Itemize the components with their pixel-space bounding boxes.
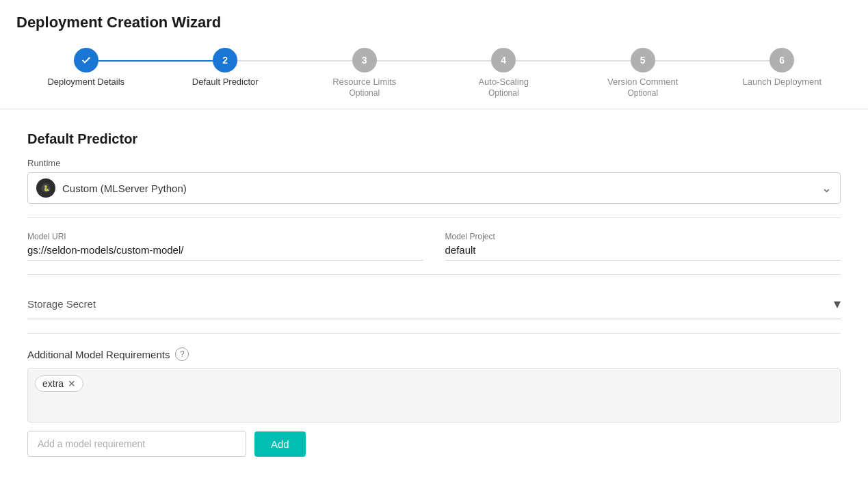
step-3-sublabel: Optional — [349, 88, 380, 98]
step-3-label: Resource Limits — [332, 77, 396, 87]
model-uri-value: gs://seldon-models/custom-model/ — [27, 244, 423, 261]
step-4-sublabel: Optional — [488, 88, 519, 98]
step-4[interactable]: 4 Auto-Scaling Optional — [434, 48, 574, 98]
step-1[interactable]: Deployment Details — [16, 48, 156, 87]
step-5-sublabel: Optional — [627, 88, 658, 98]
additional-req-label: Additional Model Requirements — [27, 349, 170, 360]
wizard-header: Deployment Creation Wizard Deployment De… — [0, 0, 868, 109]
tag-extra: extra ✕ — [35, 375, 83, 392]
step-6[interactable]: 6 Launch Deployment — [713, 48, 852, 87]
step-4-circle: 4 — [491, 48, 516, 72]
runtime-name: Custom (MLServer Python) — [62, 183, 821, 194]
section-title: Default Predictor — [27, 131, 841, 147]
step-2-label: Default Predictor — [192, 77, 259, 87]
runtime-chevron-icon: ⌄ — [821, 181, 832, 196]
step-6-circle: 6 — [770, 48, 794, 72]
model-project-value: default — [445, 244, 841, 261]
add-req-row: Add — [27, 431, 841, 457]
step-2[interactable]: 2 Default Predictor — [156, 48, 295, 87]
add-req-input[interactable] — [27, 431, 246, 457]
storage-secret-row[interactable]: Storage Secret ▾ — [27, 289, 841, 319]
storage-chevron-icon: ▾ — [834, 295, 841, 312]
step-5-circle: 5 — [631, 48, 655, 72]
model-project-label: Model Project — [445, 232, 841, 241]
main-content: Default Predictor Runtime 🐍 Custom (MLSe… — [0, 109, 868, 470]
runtime-icon: 🐍 — [36, 178, 55, 198]
model-fields: Model URI gs://seldon-models/custom-mode… — [27, 232, 841, 261]
step-1-circle — [74, 48, 98, 72]
step-4-label: Auto-Scaling — [478, 77, 529, 87]
wizard-title: Deployment Creation Wizard — [16, 14, 852, 31]
step-1-label: Deployment Details — [47, 77, 124, 87]
step-3[interactable]: 3 Resource Limits Optional — [295, 48, 434, 98]
step-3-circle: 3 — [352, 48, 377, 72]
additional-req-row: Additional Model Requirements ? — [27, 347, 841, 361]
storage-secret-label: Storage Secret — [27, 298, 834, 310]
runtime-selector[interactable]: 🐍 Custom (MLServer Python) ⌄ — [27, 172, 841, 204]
step-2-circle: 2 — [213, 48, 237, 72]
divider-3 — [27, 333, 841, 334]
tag-extra-label: extra — [42, 378, 64, 389]
tag-extra-remove[interactable]: ✕ — [68, 379, 76, 388]
divider-2 — [27, 274, 841, 275]
svg-text:🐍: 🐍 — [43, 185, 50, 191]
footer-actions: CANCEL BACK NEXT — [0, 476, 868, 480]
model-uri-label: Model URI — [27, 232, 423, 241]
model-uri-group: Model URI gs://seldon-models/custom-mode… — [27, 232, 423, 261]
runtime-label: Runtime — [27, 158, 841, 168]
add-btn[interactable]: Add — [254, 431, 306, 457]
help-icon[interactable]: ? — [175, 347, 189, 361]
step-6-label: Launch Deployment — [742, 77, 821, 87]
step-5-label: Version Comment — [607, 77, 678, 87]
stepper: Deployment Details 2 Default Predictor 3… — [16, 48, 852, 109]
runtime-group: Runtime 🐍 Custom (MLServer Python) ⌄ — [27, 158, 841, 204]
divider-1 — [27, 217, 841, 218]
step-5[interactable]: 5 Version Comment Optional — [573, 48, 713, 98]
model-project-group: Model Project default — [445, 232, 841, 261]
tags-container: extra ✕ — [27, 368, 841, 423]
